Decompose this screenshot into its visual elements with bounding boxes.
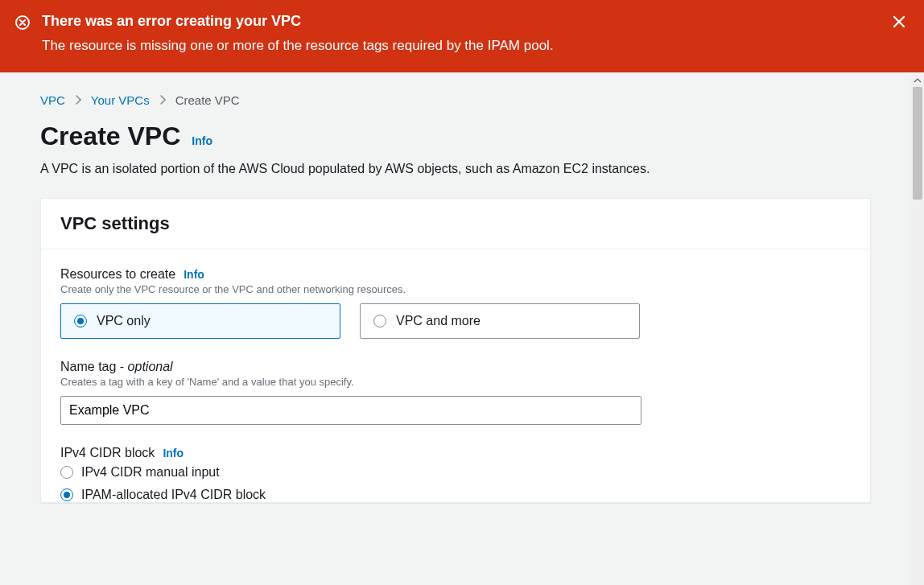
radio-icon — [74, 315, 87, 328]
tile-vpc-and-more[interactable]: VPC and more — [360, 303, 640, 339]
resources-to-create-options: VPC only VPC and more — [60, 303, 851, 339]
radio-label: IPv4 CIDR manual input — [81, 465, 220, 480]
name-tag-input[interactable] — [60, 396, 641, 425]
radio-label: IPAM-allocated IPv4 CIDR block — [81, 488, 266, 502]
name-tag-hint: Creates a tag with a key of 'Name' and a… — [60, 376, 851, 388]
panel-title: VPC settings — [60, 213, 851, 234]
chevron-right-icon — [159, 94, 166, 107]
radio-icon — [60, 488, 73, 501]
breadcrumb-link-your-vpcs[interactable]: Your VPCs — [91, 93, 150, 107]
info-link[interactable]: Info — [184, 268, 204, 281]
breadcrumb-link-vpc[interactable]: VPC — [40, 93, 65, 107]
close-icon[interactable] — [889, 11, 910, 32]
error-description: The resource is missing one or more of t… — [42, 35, 876, 56]
error-title: There was an error creating your VPC — [42, 11, 876, 31]
tile-label: VPC and more — [396, 314, 481, 328]
panel-body: Resources to create Info Create only the… — [41, 249, 870, 502]
info-link[interactable]: Info — [163, 447, 184, 459]
page-content: VPC Your VPCs Create VPC Create VPC Info… — [0, 74, 911, 585]
resources-to-create-hint: Create only the VPC resource or the VPC … — [60, 283, 851, 295]
error-text: There was an error creating your VPC The… — [42, 11, 876, 56]
info-link[interactable]: Info — [192, 134, 212, 147]
page-title: Create VPC Info — [40, 122, 871, 151]
radio-manual-input[interactable]: IPv4 CIDR manual input — [60, 465, 851, 480]
radio-ipam-allocated[interactable]: IPAM-allocated IPv4 CIDR block — [60, 488, 851, 502]
page-title-text: Create VPC — [40, 122, 180, 151]
ipv4-cidr-options: IPv4 CIDR manual input IPAM-allocated IP… — [60, 465, 851, 502]
tile-label: VPC only — [97, 314, 151, 328]
panel-header: VPC settings — [41, 199, 870, 249]
breadcrumb-current: Create VPC — [175, 93, 240, 107]
breadcrumb: VPC Your VPCs Create VPC — [40, 93, 871, 107]
tile-vpc-only[interactable]: VPC only — [60, 303, 340, 339]
page-description: A VPC is an isolated portion of the AWS … — [40, 159, 871, 179]
radio-icon — [373, 315, 386, 328]
radio-icon — [60, 466, 73, 479]
name-tag-label: Name tag - optional — [60, 360, 851, 374]
error-icon — [14, 14, 31, 31]
ipv4-cidr-label: IPv4 CIDR block Info — [60, 446, 851, 460]
scrollbar-thumb[interactable] — [913, 87, 922, 200]
vpc-settings-panel: VPC settings Resources to create Info Cr… — [40, 198, 871, 503]
resources-to-create-label: Resources to create Info — [60, 267, 851, 282]
chevron-right-icon — [75, 94, 81, 107]
scrollbar[interactable] — [911, 74, 924, 585]
scrollbar-up-arrow[interactable] — [911, 74, 924, 87]
error-banner: There was an error creating your VPC The… — [0, 0, 924, 72]
